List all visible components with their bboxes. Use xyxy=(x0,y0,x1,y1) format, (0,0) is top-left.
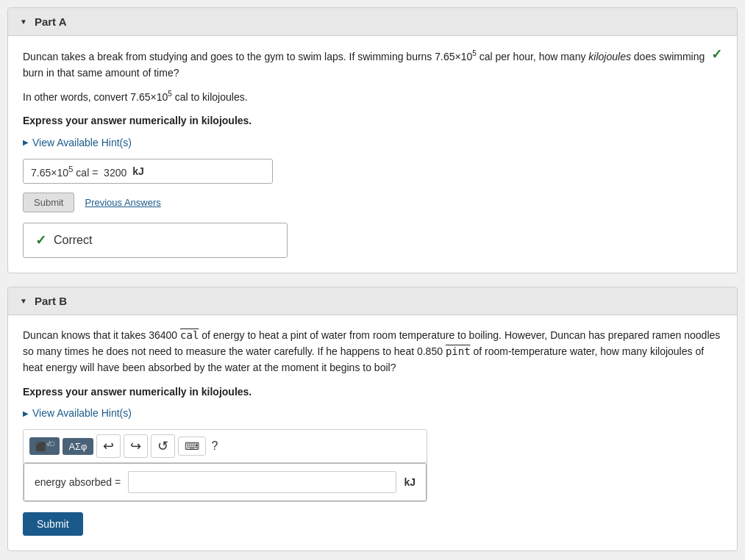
part-a-correct-box: ✓ Correct xyxy=(23,223,288,258)
part-b-toolbar-help-icon: ? xyxy=(212,439,218,453)
part-a-section: ▼ Part A ✓ Duncan takes a break from stu… xyxy=(7,7,738,273)
part-a-correct-check-icon: ✓ xyxy=(35,232,46,248)
part-a-q-text2: cal per hour, how many xyxy=(477,51,589,62)
part-a-answer-unit: kJ xyxy=(132,165,144,177)
part-b-toolbar-sqrt-btn[interactable]: ⬛√□ xyxy=(29,437,60,455)
part-a-hint-label: View Available Hint(s) xyxy=(32,137,132,148)
part-b-title: Part B xyxy=(35,295,67,307)
part-a-header: ▼ Part A xyxy=(8,8,737,36)
part-b-eq-input-row: energy absorbed = kJ xyxy=(35,471,416,493)
part-b-submit-button[interactable]: Submit xyxy=(23,512,83,536)
part-a-sub-text2: cal to kilojoules. xyxy=(172,91,248,103)
part-b-hint-label: View Available Hint(s) xyxy=(32,407,132,419)
part-a-express: Express your answer numerically in kiloj… xyxy=(23,112,722,129)
page-container: ▼ Part A ✓ Duncan takes a break from stu… xyxy=(0,0,745,560)
part-a-answer-row: 7.65×105 cal = 3200 kJ xyxy=(23,159,273,184)
part-a-submit-row: Submit Previous Answers xyxy=(23,193,722,212)
part-a-question: Duncan takes a break from studying and g… xyxy=(23,48,722,81)
part-b-header: ▼ Part B xyxy=(8,287,737,315)
part-a-hint-link[interactable]: ▶ View Available Hint(s) xyxy=(23,137,722,148)
part-a-sub-text1: In other words, convert 7.65×10 xyxy=(23,91,168,103)
part-a-checkmark: ✓ xyxy=(711,46,722,62)
part-b-toolbar-refresh-btn[interactable]: ↺ xyxy=(151,434,175,458)
part-b-body: Duncan knows that it takes 36400 cal of … xyxy=(8,315,737,551)
part-b-toolbar-redo-btn[interactable]: ↪ xyxy=(124,434,148,458)
part-b-hint-link[interactable]: ▶ View Available Hint(s) xyxy=(23,407,722,419)
part-b-sqrt-icon: ⬛√□ xyxy=(35,440,54,452)
part-b-hint-arrow-icon: ▶ xyxy=(23,409,29,417)
part-a-submit-button[interactable]: Submit xyxy=(23,193,74,212)
part-b-section: ▼ Part B Duncan knows that it takes 3640… xyxy=(7,287,738,552)
part-b-eq-label: energy absorbed = xyxy=(35,476,121,488)
part-b-alpha-icon: ΑΣφ xyxy=(68,441,87,452)
part-a-q-italic: kilojoules xyxy=(588,51,631,62)
part-a-prev-answers-link[interactable]: Previous Answers xyxy=(85,197,160,208)
part-b-eq-input[interactable] xyxy=(128,471,396,493)
part-a-body: ✓ Duncan takes a break from studying and… xyxy=(8,36,737,273)
part-a-correct-label: Correct xyxy=(54,234,92,247)
part-b-toolbar-undo-btn[interactable]: ↩ xyxy=(96,434,121,458)
part-b-express: Express your answer numerically in kiloj… xyxy=(23,384,722,400)
part-b-question: Duncan knows that it takes 36400 cal of … xyxy=(23,327,722,376)
part-b-cal-unit: cal xyxy=(180,329,199,341)
part-b-eq-container: ⬛√□ ΑΣφ ↩ ↪ ↺ ⌨ ? energy absorbed = kJ xyxy=(23,429,427,502)
part-a-collapse-icon[interactable]: ▼ xyxy=(20,18,27,26)
part-b-pint-unit: pint xyxy=(446,345,471,357)
part-b-toolbar-keyboard-btn[interactable]: ⌨ xyxy=(178,437,206,456)
part-b-eq-unit: kJ xyxy=(404,476,416,488)
part-a-hint-arrow-icon: ▶ xyxy=(23,138,29,146)
part-a-title: Part A xyxy=(35,15,67,28)
part-b-eq-input-area: energy absorbed = kJ xyxy=(24,463,427,501)
part-a-answer-prefix: 7.65×105 cal = 3200 xyxy=(31,164,126,179)
part-a-question-sub: In other words, convert 7.65×105 cal to … xyxy=(23,88,722,105)
part-b-toolbar: ⬛√□ ΑΣφ ↩ ↪ ↺ ⌨ ? xyxy=(24,430,427,463)
part-a-q-text1: Duncan takes a break from studying and g… xyxy=(23,51,472,62)
part-b-toolbar-alpha-btn[interactable]: ΑΣφ xyxy=(63,438,93,455)
part-b-collapse-icon[interactable]: ▼ xyxy=(20,297,27,305)
